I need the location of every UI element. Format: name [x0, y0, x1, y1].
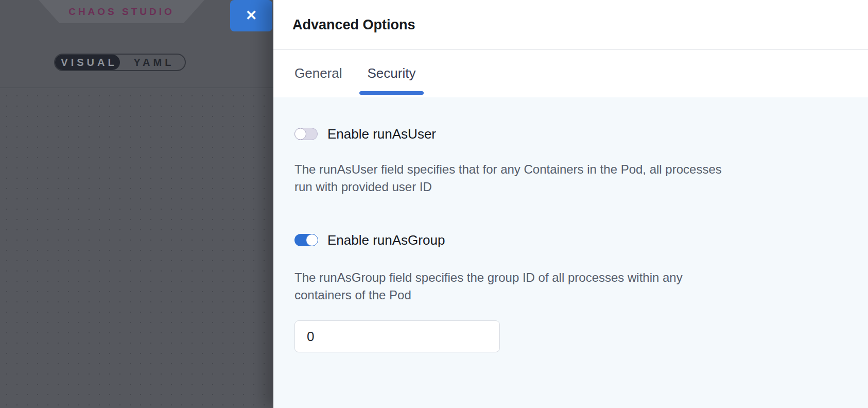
- visual-yaml-toggle[interactable]: VISUAL YAML: [54, 54, 186, 71]
- run-as-group-label: Enable runAsGroup: [327, 232, 445, 248]
- drawer-header: Advanced Options: [273, 0, 868, 50]
- security-tab-content: Enable runAsUser The runAsUser field spe…: [273, 97, 868, 408]
- dimmed-backdrop: CHAOS STUDIO VISUAL YAML: [0, 0, 273, 408]
- run-as-user-row: Enable runAsUser: [294, 127, 837, 141]
- chaos-studio-label: CHAOS STUDIO: [68, 6, 175, 18]
- run-as-user-toggle[interactable]: [294, 128, 318, 140]
- chaos-studio-banner: CHAOS STUDIO: [39, 0, 204, 23]
- run-as-user-label: Enable runAsUser: [327, 126, 436, 142]
- close-drawer-button[interactable]: ✕: [230, 0, 272, 31]
- drawer-title: Advanced Options: [292, 17, 415, 33]
- run-as-user-description: The runAsUser field specifies that for a…: [294, 161, 837, 196]
- run-as-group-row: Enable runAsGroup: [294, 233, 837, 247]
- close-icon: ✕: [246, 9, 257, 23]
- workflow-canvas: [0, 88, 273, 408]
- toggle-knob: [294, 128, 306, 140]
- visual-tab[interactable]: VISUAL: [55, 55, 120, 70]
- toggle-knob: [306, 234, 318, 246]
- advanced-options-drawer: Advanced Options General Security Enable…: [273, 0, 868, 408]
- run-as-group-value-input[interactable]: [294, 320, 500, 352]
- tab-security[interactable]: Security: [359, 50, 424, 97]
- drawer-tabs: General Security: [273, 50, 868, 97]
- canvas-header-divider: [0, 88, 273, 88]
- run-as-group-toggle[interactable]: [294, 234, 318, 246]
- tab-general[interactable]: General: [286, 50, 351, 97]
- run-as-group-description: The runAsGroup field specifies the group…: [294, 269, 837, 304]
- yaml-tab[interactable]: YAML: [120, 55, 185, 70]
